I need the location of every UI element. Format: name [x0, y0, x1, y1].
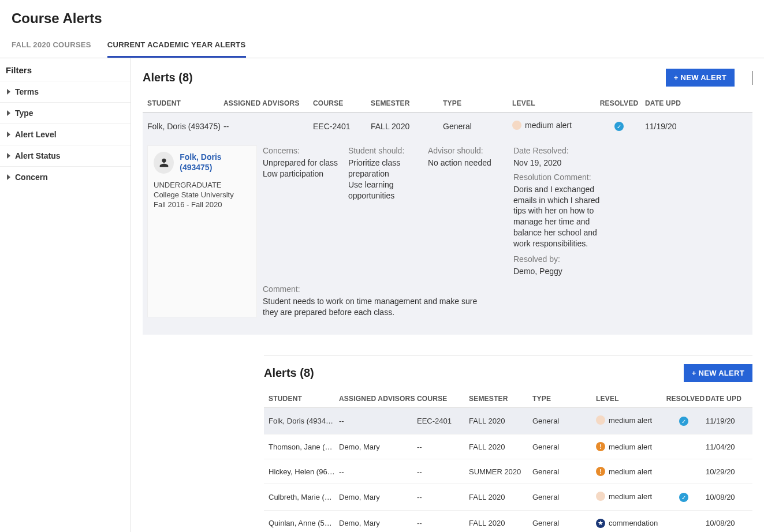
advisor-should-value: No action needed — [428, 158, 503, 168]
filter-concern[interactable]: Concern — [0, 166, 131, 188]
cell-resolved: ✓ — [665, 493, 706, 503]
table-row[interactable]: Culbreth, Marie (313…Demo, Mary--FALL 20… — [264, 484, 752, 511]
table-row[interactable]: Folk, Doris (493475)--EEC-2401FALL 2020G… — [264, 408, 752, 434]
cell-semester: FALL 2020 — [469, 417, 532, 425]
chevron-right-icon — [7, 174, 10, 180]
resolved-by-value: Demo, Peggy — [513, 266, 606, 277]
filter-label: Alert Status — [15, 151, 61, 160]
cell-course: -- — [417, 467, 469, 476]
cell-course: -- — [417, 443, 469, 451]
table-row[interactable]: Folk, Doris (493475) -- EEC-2401 FALL 20… — [143, 113, 752, 140]
student-should-value: Prioritize class preparation — [348, 158, 418, 179]
cell-advisors: -- — [339, 467, 417, 476]
th-resolved[interactable]: RESOLVED — [665, 395, 706, 403]
table-header: STUDENT ASSIGNED ADVISORS COURSE SEMESTE… — [143, 95, 752, 113]
resolved-check-icon: ✓ — [679, 417, 688, 426]
cell-course: EEC-2401 — [313, 122, 371, 131]
cell-type: General — [443, 122, 512, 131]
filter-label: Type — [15, 108, 33, 118]
level-text: medium alert — [525, 121, 572, 130]
advisor-should-label: Advisor should: — [428, 145, 503, 156]
filters-sidebar: Filters Terms Type Alert Level Alert Sta… — [0, 58, 131, 532]
th-level[interactable]: LEVEL — [512, 99, 593, 107]
th-student[interactable]: STUDENT — [143, 99, 223, 107]
cell-semester: SUMMER 2020 — [469, 467, 532, 476]
student-card: Folk, Doris (493475) UNDERGRADUATE Colle… — [147, 145, 257, 317]
tabs: FALL 2020 COURSES CURRENT ACADEMIC YEAR … — [0, 35, 764, 58]
comment-value: Student needs to work on time management… — [263, 296, 488, 318]
student-name-link[interactable]: Folk, Doris (493475) — [180, 152, 251, 173]
page-title: Course Alerts — [0, 0, 764, 35]
resolved-check-icon: ✓ — [679, 493, 688, 502]
alerts-title: Alerts (8) — [143, 71, 193, 84]
table-row[interactable]: Hickey, Helen (96551)----SUMMER 2020Gene… — [264, 459, 752, 484]
cell-advisors: Demo, Mary — [339, 519, 417, 527]
cell-semester: FALL 2020 — [469, 443, 532, 451]
th-type[interactable]: TYPE — [532, 395, 596, 403]
cell-student: Thomson, Jane (526… — [264, 443, 339, 451]
cell-level: medium alert — [596, 492, 665, 503]
medium-alert-icon — [596, 492, 605, 501]
th-level[interactable]: LEVEL — [596, 395, 665, 403]
cell-level: !medium alert — [596, 442, 665, 451]
th-semester[interactable]: SEMESTER — [469, 395, 532, 403]
cell-date: 11/04/20 — [706, 443, 746, 451]
cell-date: 10/08/20 — [706, 519, 746, 527]
filter-alert-level[interactable]: Alert Level — [0, 123, 131, 145]
avatar-icon — [154, 152, 174, 174]
filter-label: Concern — [15, 173, 48, 182]
th-advisors[interactable]: ASSIGNED ADVISORS — [339, 395, 417, 403]
cell-advisors: Demo, Mary — [339, 493, 417, 501]
tab-current-year-alerts[interactable]: CURRENT ACADEMIC YEAR ALERTS — [107, 35, 246, 58]
cell-student: Quinlan, Anne (5511… — [264, 519, 339, 527]
medium-alert-icon: ! — [596, 467, 605, 476]
level-text: medium alert — [609, 416, 652, 425]
student-should-label: Student should: — [348, 145, 418, 156]
resolved-by-label: Resolved by: — [513, 254, 606, 265]
student-level: UNDERGRADUATE — [154, 181, 251, 189]
cell-type: General — [532, 417, 596, 425]
th-resolved[interactable]: RESOLVED — [593, 99, 645, 107]
table-row[interactable]: Quinlan, Anne (5511…Demo, Mary--FALL 202… — [264, 511, 752, 532]
main-content: Alerts (8) + NEW ALERT STUDENT ASSIGNED … — [131, 58, 764, 532]
medium-alert-icon — [596, 415, 605, 425]
cell-level: ★commendation — [596, 518, 665, 528]
cell-resolved: ✓ — [593, 121, 645, 132]
filter-terms[interactable]: Terms — [0, 81, 131, 102]
th-date[interactable]: DATE UPD — [645, 99, 691, 107]
th-type[interactable]: TYPE — [443, 99, 512, 107]
student-school: College State University — [154, 190, 251, 199]
chevron-right-icon — [7, 132, 10, 137]
filter-alert-status[interactable]: Alert Status — [0, 145, 131, 166]
detail-concerns: Concerns: Unprepared for class Low parti… — [263, 145, 338, 277]
cell-type: General — [532, 443, 596, 451]
th-advisors[interactable]: ASSIGNED ADVISORS — [223, 99, 313, 107]
detail-resolution: Date Resolved: Nov 19, 2020 Resolution C… — [513, 145, 606, 277]
table-row[interactable]: Thomson, Jane (526…Demo, Mary--FALL 2020… — [264, 434, 752, 459]
cell-advisors: Demo, Mary — [339, 443, 417, 451]
chevron-right-icon — [7, 89, 10, 95]
chevron-right-icon — [7, 110, 10, 116]
cell-student: Culbreth, Marie (313… — [264, 493, 339, 501]
detail-advisor-should: Advisor should: No action needed — [428, 145, 503, 277]
filters-header: Filters — [0, 58, 131, 81]
cell-advisors: -- — [339, 417, 417, 425]
level-text: commendation — [609, 519, 658, 527]
th-student[interactable]: STUDENT — [264, 395, 339, 403]
cell-level: medium alert — [596, 415, 665, 426]
th-course[interactable]: COURSE — [313, 99, 371, 107]
th-course[interactable]: COURSE — [417, 395, 469, 403]
new-alert-button[interactable]: + NEW ALERT — [684, 364, 752, 382]
divider — [752, 71, 752, 85]
filter-type[interactable]: Type — [0, 102, 131, 123]
level-text: medium alert — [609, 492, 652, 501]
cell-student: Folk, Doris (493475) — [264, 417, 339, 425]
level-text: medium alert — [609, 467, 652, 476]
th-date[interactable]: DATE UPD — [706, 395, 746, 403]
cell-course: EEC-2401 — [417, 417, 469, 425]
student-term: Fall 2016 - Fall 2020 — [154, 200, 251, 209]
alerts-title: Alerts (8) — [264, 366, 314, 380]
th-semester[interactable]: SEMESTER — [371, 99, 443, 107]
new-alert-button[interactable]: + NEW ALERT — [666, 69, 735, 87]
tab-fall-2020-courses[interactable]: FALL 2020 COURSES — [12, 35, 91, 58]
